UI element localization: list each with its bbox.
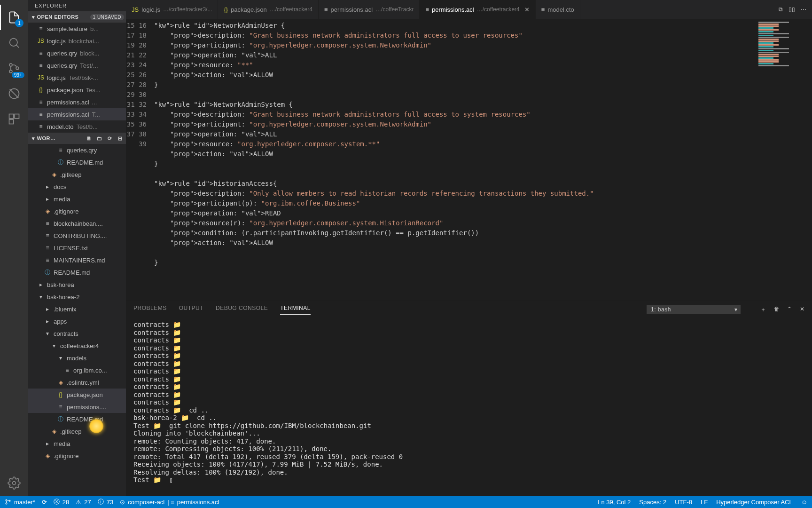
folder-item[interactable]: ▾contracts (28, 327, 126, 340)
activity-bar: 1 99+ (0, 0, 28, 496)
open-editor-item[interactable]: JSlogic.jsTest/bsk-... (28, 71, 126, 84)
source-control-icon[interactable]: 99+ (0, 56, 28, 81)
editor-area: JSlogic.js…/coffeetracker3/...{}package.… (126, 0, 812, 496)
close-panel-icon[interactable]: ✕ (800, 306, 805, 314)
editor-tab[interactable]: {}package.json…/coffeetracker4 (218, 0, 318, 19)
sidebar-title: EXPLORER (28, 0, 126, 11)
collapse-all-icon[interactable]: ⊟ (117, 135, 124, 142)
sync-icon[interactable]: ⟳ (42, 499, 47, 506)
scm-changes-badge: 99+ (12, 72, 24, 78)
editor-tab[interactable]: ≡permissions.acl…/coffeetracker4✕ (420, 0, 535, 19)
panel-tab-debug-console[interactable]: DEBUG CONSOLE (216, 305, 268, 314)
svg-rect-7 (9, 119, 14, 124)
editor-tab[interactable]: ≡permissions.acl…/coffeeTrackr (319, 0, 420, 19)
folder-item[interactable]: ▸media (28, 437, 126, 450)
open-editor-item[interactable]: ≡queries.qryTest/... (28, 59, 126, 71)
kill-terminal-icon[interactable]: 🗑 (774, 306, 780, 314)
open-editor-item[interactable]: {}package.jsonTes... (28, 84, 126, 96)
open-editor-item[interactable]: ≡permissions.acl... (28, 96, 126, 108)
folder-item[interactable]: ▸apps (28, 315, 126, 327)
compare-icon[interactable]: ⧉ (779, 6, 783, 13)
svg-rect-6 (15, 114, 19, 119)
open-editor-item[interactable]: ≡queries.qryblock... (28, 47, 126, 59)
folder-item[interactable]: ▸media (28, 193, 126, 205)
svg-point-2 (9, 70, 12, 73)
svg-point-3 (16, 67, 19, 70)
language-mode[interactable]: Hyperledger Composer ACL (716, 499, 793, 506)
status-bar: master* ⟳ ⓧ 28 ⚠ 27 ⓘ 73 ⊙ composer-acl … (0, 496, 812, 508)
editor-tab[interactable]: ≡model.cto (536, 0, 580, 19)
extensions-icon[interactable] (0, 106, 28, 132)
file-item[interactable]: {}package.json (28, 389, 126, 401)
debug-icon[interactable] (0, 81, 28, 106)
file-item[interactable]: ⓘREADME.md (28, 156, 126, 168)
terminal-output[interactable]: contracts 📁 contracts 📁 contracts 📁 cont… (126, 318, 812, 496)
file-item[interactable]: ⓘREADME.md (28, 413, 126, 425)
cursor-position[interactable]: Ln 39, Col 2 (598, 499, 631, 506)
folder-item[interactable]: ▸docs (28, 181, 126, 193)
errors-count[interactable]: ⓧ 28 (54, 498, 69, 506)
file-item[interactable]: ◈.gitkeep (28, 425, 126, 437)
maximize-panel-icon[interactable]: ⌃ (787, 306, 792, 314)
git-branch[interactable]: master* (5, 499, 35, 506)
line-gutter: 15 16 17 18 19 20 21 22 23 24 25 26 27 2… (126, 19, 154, 301)
file-item[interactable]: ≡blockchainbean.... (28, 217, 126, 230)
terminal-selector[interactable]: 1: bash ▾ (647, 305, 741, 314)
eol[interactable]: LF (701, 499, 708, 506)
open-editor-item[interactable]: ≡sample.featureb... (28, 23, 126, 35)
file-item[interactable]: ≡queries.qry (28, 144, 126, 156)
feedback-icon[interactable]: ☺ (801, 499, 807, 506)
svg-point-1 (9, 64, 12, 66)
file-item[interactable]: ≡MAINTAINERS.md (28, 254, 126, 266)
file-item[interactable]: ◈.gitignore (28, 450, 126, 462)
warnings-count[interactable]: ⚠ 27 (76, 499, 91, 506)
svg-point-0 (10, 39, 17, 46)
file-item[interactable]: ⓘREADME.md (28, 266, 126, 278)
open-editor-item[interactable]: JSlogic.jsblockchai... (28, 35, 126, 47)
panel-tab-problems[interactable]: PROBLEMS (133, 305, 167, 314)
file-item[interactable]: ≡CONTRIBUTING.... (28, 230, 126, 242)
language-server[interactable]: ⊙ composer-acl | ≡ permissions.acl (120, 499, 219, 506)
panel-tabs: PROBLEMSOUTPUTDEBUG CONSOLETERMINAL 1: b… (126, 301, 812, 318)
info-count[interactable]: ⓘ 73 (98, 498, 113, 506)
file-item[interactable]: ≡org.ibm.co... (28, 364, 126, 376)
file-tree: ≡queries.qryⓘREADME.md◈.gitkeep▸docs▸med… (28, 144, 126, 496)
more-actions-icon[interactable]: ⋯ (801, 6, 806, 13)
open-editors-header[interactable]: ▾ OPEN EDITORS 1 UNSAVED (28, 11, 126, 23)
close-tab-icon[interactable]: ✕ (524, 6, 530, 13)
editor-tab[interactable]: JSlogic.js…/coffeetracker3/... (126, 0, 218, 19)
refresh-icon[interactable]: ⟳ (106, 135, 114, 142)
folder-item[interactable]: ▾coffeetracker4 (28, 340, 126, 352)
open-editor-item[interactable]: ≡model.ctoTest/b... (28, 120, 126, 133)
new-folder-icon[interactable]: 🗀 (96, 135, 103, 142)
folder-item[interactable]: ▸.bluemix (28, 303, 126, 315)
encoding[interactable]: UTF-8 (675, 499, 692, 506)
folder-item[interactable]: ▸bsk-horea (28, 278, 126, 291)
panel-tab-output[interactable]: OUTPUT (179, 305, 203, 314)
unsaved-badge: 1 UNSAVED (90, 14, 124, 20)
bottom-panel: PROBLEMSOUTPUTDEBUG CONSOLETERMINAL 1: b… (126, 301, 812, 496)
settings-gear-icon[interactable] (0, 470, 28, 496)
open-editor-item[interactable]: ≡permissions.aclT... (28, 108, 126, 120)
open-editors-count-badge: 1 (15, 19, 23, 27)
file-item[interactable]: ◈.eslintrc.yml (28, 376, 126, 389)
search-icon[interactable] (0, 30, 28, 56)
indentation[interactable]: Spaces: 2 (639, 499, 666, 506)
svg-point-8 (13, 482, 16, 485)
file-item[interactable]: ◈.gitignore (28, 205, 126, 217)
explorer-icon[interactable]: 1 (0, 5, 28, 30)
new-terminal-icon[interactable]: ＋ (760, 306, 766, 314)
new-file-icon[interactable]: 🗎 (86, 135, 93, 142)
folder-item[interactable]: ▾models (28, 352, 126, 364)
minimap[interactable] (756, 19, 812, 301)
svg-point-10 (6, 503, 7, 504)
file-item[interactable]: ≡LICENSE.txt (28, 242, 126, 254)
panel-tab-terminal[interactable]: TERMINAL (280, 305, 311, 315)
svg-rect-5 (9, 114, 14, 119)
file-item[interactable]: ◈.gitkeep (28, 168, 126, 181)
folder-item[interactable]: ▾bsk-horea-2 (28, 291, 126, 303)
workspace-header[interactable]: ▾ WOR… 🗎 🗀 ⟳ ⊟ (28, 133, 126, 144)
split-editor-icon[interactable]: ▯▯ (789, 6, 795, 13)
code-editor[interactable]: "kw">rule "id">NetworkAdminUser { "prop"… (154, 19, 756, 301)
file-item[interactable]: ≡permissions.... (28, 401, 126, 413)
